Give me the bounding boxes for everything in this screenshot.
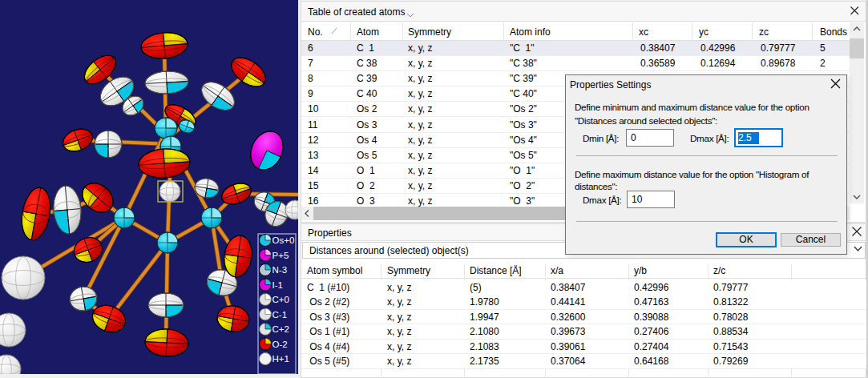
svg-text:I-1: I-1	[273, 280, 283, 290]
svg-text:C-1: C-1	[273, 310, 288, 320]
svg-text:C+2: C+2	[273, 324, 289, 334]
svg-text:O-2: O-2	[273, 340, 288, 349]
svg-text:N-3: N-3	[273, 265, 288, 275]
svg-text:C+0: C+0	[273, 295, 289, 304]
svg-text:H+1: H+1	[273, 354, 289, 364]
svg-text:P+5: P+5	[273, 251, 289, 260]
svg-text:Os+0: Os+0	[273, 235, 295, 245]
